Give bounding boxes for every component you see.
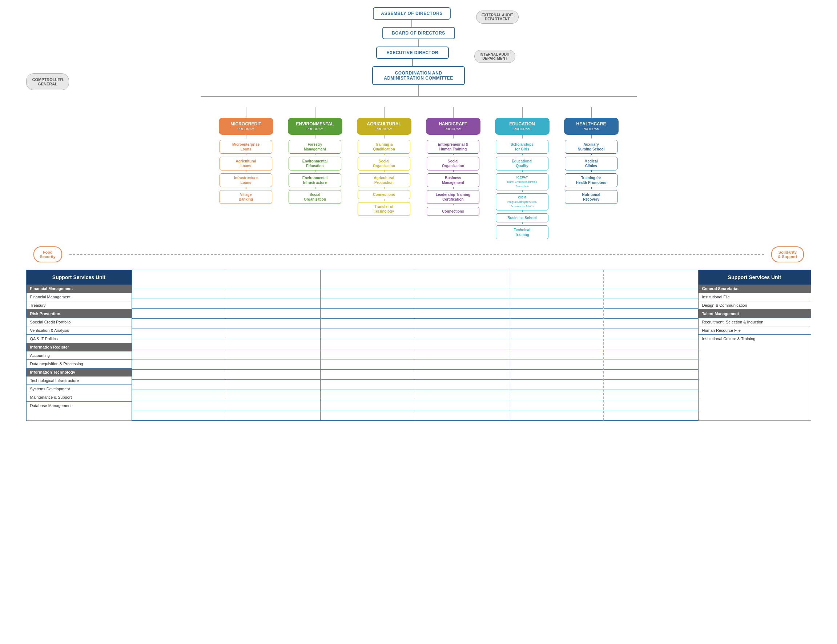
risk-item: Special Credit Portfolio xyxy=(26,318,131,326)
risk-item3: QA & IT Politics xyxy=(26,335,131,343)
prog-item: Scholarshipsfor Girls xyxy=(496,140,548,154)
info-reg-item: Accounting xyxy=(26,352,131,360)
healthcare-col: HEALTHCARE PROGRAM AuxiliaryNursing Scho… xyxy=(559,107,624,239)
environmental-header: ENVIRONMENTAL PROGRAM xyxy=(288,118,342,135)
risk-header: Risk Prevention xyxy=(26,310,131,318)
talent-item2: Human Resource File xyxy=(699,326,811,335)
executive-box: EXECUTIVE DIRECTOR xyxy=(376,46,449,59)
prog-item: MedicalClinics xyxy=(565,157,617,171)
info-reg-item2: Data acquisition & Processing xyxy=(26,360,131,368)
top-hierarchy: ASSEMBLY OF DIRECTORS EXTERNAL AUDITDEPA… xyxy=(26,7,811,66)
support-right: Support Services Unit General Secretaria… xyxy=(698,270,811,421)
prog-item: SocialOrganization xyxy=(358,157,410,171)
support-left: Support Services Unit Financial Manageme… xyxy=(26,270,132,421)
comptroller-box: COMPTROLLERGENERAL xyxy=(26,74,69,90)
healthcare-header: HEALTHCARE PROGRAM xyxy=(564,118,619,135)
grid-col-6 xyxy=(604,270,698,421)
external-audit-node: EXTERNAL AUDITDEPARTMENT xyxy=(476,10,519,24)
gen-sec-item1: Institutional File xyxy=(699,293,811,301)
internal-audit-node: INTERNAL AUDITDEPARTMENT xyxy=(474,50,515,63)
it-item2: Systems Development xyxy=(26,385,131,393)
grid-col-1 xyxy=(132,270,226,421)
it-header: Information Technology xyxy=(26,368,131,376)
support-right-title: Support Services Unit xyxy=(699,270,811,284)
support-left-title: Support Services Unit xyxy=(26,270,131,284)
education-header: EDUCATION PROGRAM xyxy=(495,118,550,135)
prog-item: ForestryManagement xyxy=(289,140,341,154)
microcredit-header: MICROCREDIT PROGRAM xyxy=(219,118,273,135)
prog-item: Transfer ofTechnology xyxy=(358,202,410,216)
environmental-col: ENVIRONMENTAL PROGRAM ForestryManagement… xyxy=(282,107,348,239)
prog-item: VillageBanking xyxy=(220,190,272,204)
handicraft-col: HANDICRAFT PROGRAM Entrepreneurial &Huma… xyxy=(420,107,486,239)
internal-audit-box: INTERNAL AUDITDEPARTMENT xyxy=(474,50,515,63)
bottom-support-section: Support Services Unit Financial Manageme… xyxy=(26,269,811,421)
talent-item1: Recruitment, Selection & Induction xyxy=(699,318,811,326)
executive-node: EXECUTIVE DIRECTOR xyxy=(376,46,449,66)
talent-header: Talent Management xyxy=(699,310,811,318)
prog-item: SocialOrganization xyxy=(289,190,341,204)
agricultural-col: AGRICULTURAL PROGRAM Training &Qualifica… xyxy=(351,107,417,239)
prog-item: EnvironmentalInfrastructure xyxy=(289,173,341,187)
microcredit-col: MICROCREDIT PROGRAM MicroenterpriseLoans… xyxy=(213,107,279,239)
prog-item: CIEMIntegral EntrepreneurialSchools for … xyxy=(496,193,548,210)
solidarity-support: Solidarity& Support xyxy=(771,246,804,263)
info-reg-header: Information Register xyxy=(26,343,131,352)
assembly-node: ASSEMBLY OF DIRECTORS xyxy=(373,7,451,27)
talent-item3: Institutional Culture & Training xyxy=(699,335,811,343)
prog-item: AgriculturalProduction xyxy=(358,173,410,187)
prog-item: MicroenterpriseLoans xyxy=(220,140,272,154)
prog-item: Business School xyxy=(496,214,548,222)
prog-item: EducationalQuality xyxy=(496,157,548,171)
coord-node: COORDINATION ANDADMINISTRATION COMMITTEE xyxy=(372,66,464,96)
prog-item: AuxiliaryNursing School xyxy=(565,140,617,154)
prog-item: Leadership TrainingCertification xyxy=(427,190,479,204)
gen-sec-item2: Design & Communication xyxy=(699,301,811,310)
programs-section: MICROCREDIT PROGRAM MicroenterpriseLoans… xyxy=(26,96,811,239)
external-audit-box: EXTERNAL AUDITDEPARTMENT xyxy=(476,10,519,24)
prog-item: ICEFATRural EntrepreneurshipPromotion xyxy=(496,173,548,191)
programs-row: MICROCREDIT PROGRAM MicroenterpriseLoans… xyxy=(26,107,811,239)
fin-mgmt-header: Financial Management xyxy=(26,284,131,293)
prog-item: BusinessManagement xyxy=(427,173,479,187)
grid-col-5 xyxy=(509,270,604,421)
special-programs-row: FoodSecurity Solidarity& Support xyxy=(26,246,811,263)
treasury-item: Treasury xyxy=(26,301,131,310)
prog-item: InfrastructureLoans xyxy=(220,173,272,187)
prog-item: NutritionalRecovery xyxy=(565,190,617,204)
prog-item: EnvironmentalEducation xyxy=(289,157,341,171)
it-item4: Database Management xyxy=(26,402,131,409)
prog-item: AgriculturalLoans xyxy=(220,157,272,171)
prog-item: Entrepreneurial &Human Training xyxy=(427,140,479,154)
prog-item: Training forHealth Promoters xyxy=(565,173,617,187)
comptroller-node: COMPTROLLERGENERAL xyxy=(26,74,69,90)
handicraft-header: HANDICRAFT PROGRAM xyxy=(426,118,481,135)
it-item3: Maintenance & Support xyxy=(26,393,131,402)
prog-item: Connections xyxy=(358,190,410,199)
gen-sec-header: General Secretariat xyxy=(699,284,811,293)
grid-col-2 xyxy=(226,270,320,421)
prog-item: SocialOrganization xyxy=(427,157,479,171)
prog-item: Training &Qualification xyxy=(358,140,410,154)
fin-mgmt-item: Financial Management xyxy=(26,293,131,301)
board-box: BOARD OF DIRECTORS xyxy=(382,27,455,39)
food-security: FoodSecurity xyxy=(33,246,62,263)
grid-col-3 xyxy=(320,270,415,421)
education-col: EDUCATION PROGRAM Scholarshipsfor Girls … xyxy=(489,107,555,239)
coord-box: COORDINATION ANDADMINISTRATION COMMITTEE xyxy=(372,66,464,85)
it-item1: Technological Infrastructure xyxy=(26,376,131,385)
agricultural-header: AGRICULTURAL PROGRAM xyxy=(357,118,412,135)
prog-item: TechnicalTraining xyxy=(496,225,548,239)
assembly-box: ASSEMBLY OF DIRECTORS xyxy=(373,7,451,20)
prog-item: Connections xyxy=(427,207,479,216)
grid-col-4 xyxy=(415,270,510,421)
center-grid xyxy=(132,270,698,421)
risk-item2: Verification & Analysis xyxy=(26,326,131,335)
board-node: BOARD OF DIRECTORS xyxy=(382,27,455,46)
